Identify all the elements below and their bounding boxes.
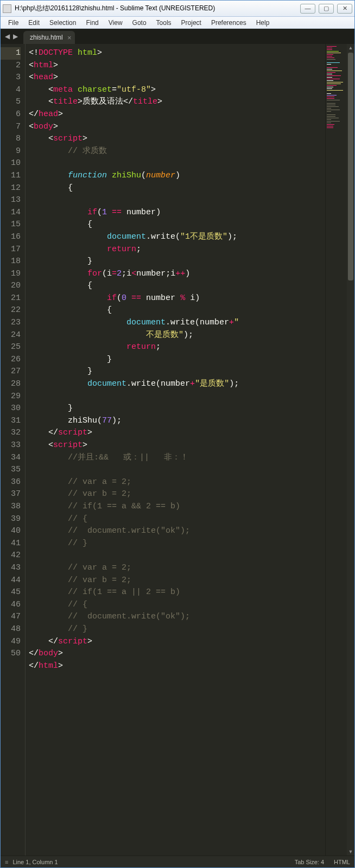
code-line[interactable]: if(0 == number % i) [29, 292, 325, 305]
line-number[interactable]: 47 [1, 611, 21, 623]
line-number[interactable]: 32 [1, 427, 21, 439]
line-number[interactable]: 31 [1, 415, 21, 427]
code-area[interactable]: <!DOCTYPE html><html><head> <meta charse… [26, 44, 325, 856]
status-hamburger-icon[interactable]: ≡ [5, 859, 8, 865]
line-number[interactable]: 49 [1, 636, 21, 648]
code-line[interactable] [29, 464, 325, 476]
line-number[interactable]: 44 [1, 575, 21, 587]
code-line[interactable]: // 求质数 [29, 145, 325, 158]
line-number[interactable]: 19 [1, 268, 21, 280]
line-number[interactable]: 16 [1, 231, 21, 244]
menu-preferences[interactable]: Preferences [207, 18, 251, 28]
code-line[interactable] [29, 194, 325, 207]
line-number[interactable]: 14 [1, 207, 21, 219]
code-line[interactable]: // var a = 2; [29, 562, 325, 575]
code-line[interactable]: // document.write("ok"); [29, 611, 325, 623]
code-line[interactable]: </html> [29, 660, 325, 673]
line-number[interactable]: 26 [1, 354, 21, 366]
code-line[interactable]: } [29, 256, 325, 268]
line-number[interactable]: 38 [1, 501, 21, 513]
code-line[interactable]: 不是质数"); [29, 329, 325, 342]
tab-close-icon[interactable]: × [67, 34, 72, 42]
line-number[interactable]: 28 [1, 378, 21, 391]
menu-goto[interactable]: Goto [128, 18, 151, 28]
line-number[interactable]: 20 [1, 280, 21, 292]
line-number[interactable]: 22 [1, 304, 21, 317]
nav-forward-icon[interactable]: ▶ [12, 33, 19, 40]
code-line[interactable]: <title>质数及语法</title> [29, 96, 325, 108]
menu-view[interactable]: View [104, 18, 127, 28]
line-number[interactable]: 10 [1, 157, 21, 170]
line-number[interactable]: 5 [1, 96, 21, 108]
scroll-down-icon[interactable]: ▼ [347, 848, 354, 856]
line-number[interactable]: 6 [1, 108, 21, 121]
line-number[interactable]: 50 [1, 648, 21, 660]
code-line[interactable]: // { [29, 513, 325, 526]
line-number[interactable]: 12 [1, 182, 21, 195]
code-line[interactable]: { [29, 304, 325, 317]
line-number[interactable]: 13 [1, 194, 21, 207]
code-line[interactable]: function zhiShu(number) [29, 170, 325, 182]
code-line[interactable]: // var b = 2; [29, 575, 325, 587]
code-line[interactable]: <script> [29, 133, 325, 145]
menu-selection[interactable]: Selection [45, 18, 80, 28]
line-number[interactable]: 8 [1, 133, 21, 145]
status-cursor[interactable]: Line 1, Column 1 [12, 859, 294, 865]
code-line[interactable]: <!DOCTYPE html> [29, 47, 325, 60]
code-line[interactable]: document.write(number+" [29, 317, 325, 329]
line-number[interactable]: 48 [1, 623, 21, 636]
line-number[interactable]: 37 [1, 488, 21, 501]
maximize-button[interactable]: ▢ [319, 4, 334, 14]
line-number[interactable]: 1 [1, 47, 21, 60]
code-line[interactable]: </script> [29, 427, 325, 439]
code-line[interactable]: <body> [29, 121, 325, 133]
menu-find[interactable]: Find [81, 18, 103, 28]
line-number[interactable]: 35 [1, 464, 21, 476]
line-number[interactable]: 24 [1, 329, 21, 342]
editor[interactable]: 1234567891011121314151617181920212223242… [1, 44, 325, 856]
code-line[interactable]: return; [29, 341, 325, 354]
menu-help[interactable]: Help [252, 18, 274, 28]
line-number[interactable]: 3 [1, 72, 21, 84]
line-number[interactable]: 27 [1, 366, 21, 378]
code-line[interactable]: </body> [29, 648, 325, 660]
line-number[interactable]: 45 [1, 586, 21, 599]
code-line[interactable]: { [29, 182, 325, 195]
code-line[interactable]: </head> [29, 108, 325, 121]
code-line[interactable]: // } [29, 538, 325, 550]
code-line[interactable]: // var a = 2; [29, 476, 325, 489]
line-number[interactable]: 18 [1, 256, 21, 268]
code-line[interactable]: // if(1 == a && 2 == b) [29, 501, 325, 513]
scroll-up-icon[interactable]: ▲ [347, 44, 354, 52]
code-line[interactable]: </script> [29, 636, 325, 648]
code-line[interactable]: zhiShu(77); [29, 415, 325, 427]
line-number[interactable]: 9 [1, 145, 21, 158]
status-tabsize[interactable]: Tab Size: 4 [295, 859, 324, 865]
line-number[interactable]: 42 [1, 550, 21, 562]
titlebar[interactable]: H:\php\总结\20161128\zhishu.html - Sublime… [1, 1, 354, 17]
code-line[interactable] [29, 391, 325, 403]
line-number[interactable]: 25 [1, 341, 21, 354]
code-line[interactable]: } [29, 354, 325, 366]
code-line[interactable]: { [29, 219, 325, 231]
line-number[interactable]: 7 [1, 121, 21, 133]
line-number[interactable]: 23 [1, 317, 21, 329]
line-number[interactable]: 36 [1, 476, 21, 489]
menu-edit[interactable]: Edit [24, 18, 44, 28]
menu-file[interactable]: File [4, 18, 23, 28]
menu-project[interactable]: Project [177, 18, 206, 28]
menu-tools[interactable]: Tools [152, 18, 176, 28]
line-number[interactable]: 11 [1, 170, 21, 182]
line-number[interactable]: 29 [1, 391, 21, 403]
minimize-button[interactable]: — [300, 4, 315, 14]
code-line[interactable] [29, 550, 325, 562]
code-line[interactable]: for(i=2;i<number;i++) [29, 268, 325, 280]
status-syntax[interactable]: HTML [334, 859, 350, 865]
code-line[interactable]: { [29, 280, 325, 292]
nav-back-icon[interactable]: ◀ [4, 33, 11, 40]
tab-zhishu[interactable]: zhishu.html × [23, 31, 75, 44]
code-line[interactable]: // if(1 == a || 2 == b) [29, 586, 325, 599]
line-number[interactable]: 41 [1, 538, 21, 550]
code-line[interactable]: document.write("1不是质数"); [29, 231, 325, 244]
code-line[interactable]: // } [29, 623, 325, 636]
